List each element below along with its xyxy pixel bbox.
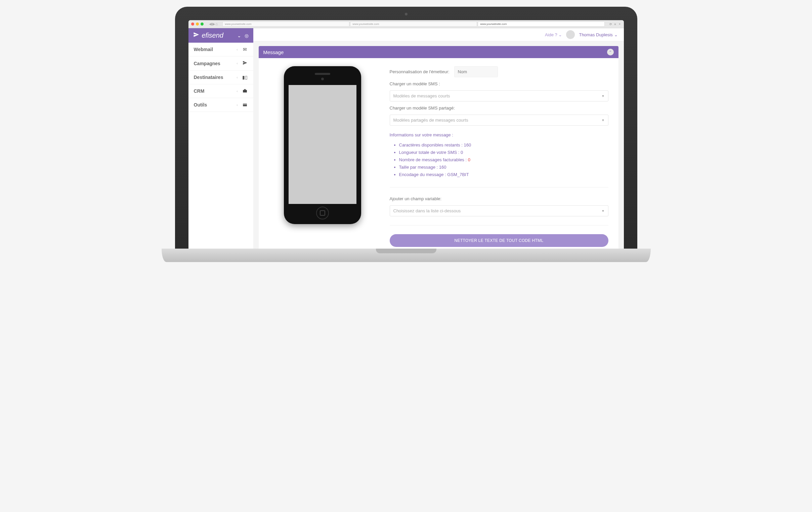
panel-header: Message ⌃ [259, 46, 618, 58]
info-encoding: Encodage du message : GSM_7BIT [399, 171, 608, 178]
caret-down-icon: ▼ [602, 209, 605, 213]
svg-rect-0 [243, 90, 247, 93]
info-title: Informations sur votre message : [390, 132, 608, 137]
info-length: Longueur totale de votre SMS : 0 [399, 149, 608, 156]
variable-select[interactable]: Choisissez dans la liste ci-dessous ▼ [390, 205, 608, 216]
nav-buttons[interactable]: ◀ ▶ ⌂ [209, 22, 218, 26]
load-model-label: Charger un modèle SMS : [390, 81, 608, 86]
back-icon[interactable]: ◀ [209, 22, 212, 26]
phone-screen [289, 85, 356, 204]
topbar: Aide ? ⌄ Thomas Duplesis ⌄ [253, 28, 624, 41]
info-list: Caractères disponibles restants : 160 Lo… [390, 141, 608, 178]
sidebar-item-label: Outils [194, 102, 237, 108]
browser-tab-active[interactable]: www.yourwebsite.com [478, 22, 605, 27]
sidebar-item-label: CRM [194, 88, 237, 94]
browser-tabs: www.yourwebsite.com www.yourwebsite.com … [223, 22, 605, 27]
address-book-icon: ▮▯ [242, 75, 248, 80]
chevron-left-icon: ‹ [236, 48, 237, 51]
sidebar-item-campagnes[interactable]: Campagnes ‹ [188, 56, 253, 70]
sidebar-item-label: Webmail [194, 47, 237, 52]
info-chars: Caractères disponibles restants : 160 [399, 141, 608, 149]
model-select[interactable]: Modèles de messages courts ▼ [390, 90, 608, 102]
main-content: Aide ? ⌄ Thomas Duplesis ⌄ Message ⌃ [253, 28, 624, 249]
chevron-down-icon: ⌄ [614, 32, 618, 37]
home-button-icon [316, 207, 329, 219]
caret-down-icon: ▼ [602, 119, 605, 122]
avatar[interactable] [566, 30, 575, 39]
sidebar: efisend ⌄ ◎ Webmail ‹ ✉ Campagnes ‹ [188, 28, 253, 249]
phone-mockup [284, 66, 361, 224]
sidebar-item-label: Destinataires [194, 75, 237, 80]
user-menu[interactable]: Thomas Duplesis ⌄ [579, 32, 617, 37]
chevron-left-icon: ‹ [236, 89, 237, 93]
sender-label: Personnalisation de l'émetteur: [390, 69, 450, 74]
sidebar-item-webmail[interactable]: Webmail ‹ ✉ [188, 42, 253, 56]
question-icon: ? [555, 32, 557, 37]
sidebar-item-crm[interactable]: CRM ‹ [188, 84, 253, 98]
help-link[interactable]: Aide ? ⌄ [545, 32, 562, 37]
chevron-up-icon: ⌃ [609, 50, 612, 54]
variable-label: Ajouter un champ variable: [390, 196, 608, 201]
separator [390, 225, 608, 225]
phone-preview-column [269, 66, 376, 249]
home-icon[interactable]: ⌂ [216, 22, 218, 26]
logo-bar: efisend ⌄ ◎ [188, 28, 253, 42]
panel-title: Message [263, 49, 284, 55]
svg-rect-3 [243, 105, 247, 105]
laptop-base [162, 249, 651, 262]
load-shared-label: Charger un modèle SMS partagé: [390, 106, 608, 111]
svg-rect-2 [243, 104, 247, 107]
add-icon[interactable]: ＋ [618, 22, 621, 26]
shared-model-select[interactable]: Modèles partagés de messages courts ▼ [390, 115, 608, 126]
brand-name: efisend [202, 32, 224, 39]
clean-html-button[interactable]: NETTOYER LE TEXTE DE TOUT CODE HTML [390, 234, 608, 247]
select-placeholder: Modèles partagés de messages courts [394, 118, 468, 123]
separator [390, 187, 608, 188]
info-size: Taille par message : 160 [399, 164, 608, 171]
maximize-icon[interactable] [201, 23, 204, 26]
sidebar-item-destinataires[interactable]: Destinataires ‹ ▮▯ [188, 70, 253, 84]
browser-tab[interactable]: www.yourwebsite.com [350, 22, 477, 27]
message-panel: Message ⌃ [259, 46, 618, 249]
chevron-left-icon: ‹ [236, 76, 237, 79]
select-placeholder: Choisissez dans la liste ci-dessous [394, 208, 461, 213]
reader-icon[interactable]: ≡ [614, 23, 616, 26]
sender-input[interactable] [454, 66, 498, 77]
envelope-icon: ✉ [242, 47, 248, 52]
laptop-mockup: ◀ ▶ ⌂ www.yourwebsite.com www.yourwebsit… [175, 7, 637, 262]
chevron-down-icon[interactable]: ⌄ [237, 33, 241, 38]
toolbox-icon [242, 102, 248, 108]
svg-rect-1 [244, 89, 245, 90]
form-column: Personnalisation de l'émetteur: Charger … [390, 66, 608, 249]
laptop-camera [405, 13, 407, 16]
chevron-left-icon: ‹ [236, 61, 237, 65]
browser-window: ◀ ▶ ⌂ www.yourwebsite.com www.yourwebsit… [188, 20, 624, 249]
reload-icon[interactable]: ⟳ [609, 23, 612, 26]
sidebar-item-outils[interactable]: Outils ‹ [188, 98, 253, 112]
send-icon [193, 32, 199, 39]
target-icon[interactable]: ◎ [244, 33, 249, 38]
chevron-left-icon: ‹ [236, 103, 237, 107]
chevron-down-icon: ⌄ [558, 32, 562, 37]
briefcase-icon [242, 88, 248, 94]
minimize-icon[interactable] [196, 23, 199, 26]
window-controls[interactable] [191, 23, 204, 26]
browser-tab[interactable]: www.yourwebsite.com [223, 22, 349, 27]
send-icon [242, 60, 248, 66]
browser-toolbar: ◀ ▶ ⌂ www.yourwebsite.com www.yourwebsit… [188, 20, 624, 28]
info-billable: Nombre de messages facturables : 0 [399, 156, 608, 164]
forward-icon[interactable]: ▶ [212, 22, 215, 26]
close-icon[interactable] [191, 23, 194, 26]
collapse-button[interactable]: ⌃ [607, 49, 614, 55]
sidebar-item-label: Campagnes [194, 61, 237, 66]
caret-down-icon: ▼ [602, 94, 605, 98]
select-placeholder: Modèles de messages courts [394, 93, 450, 98]
